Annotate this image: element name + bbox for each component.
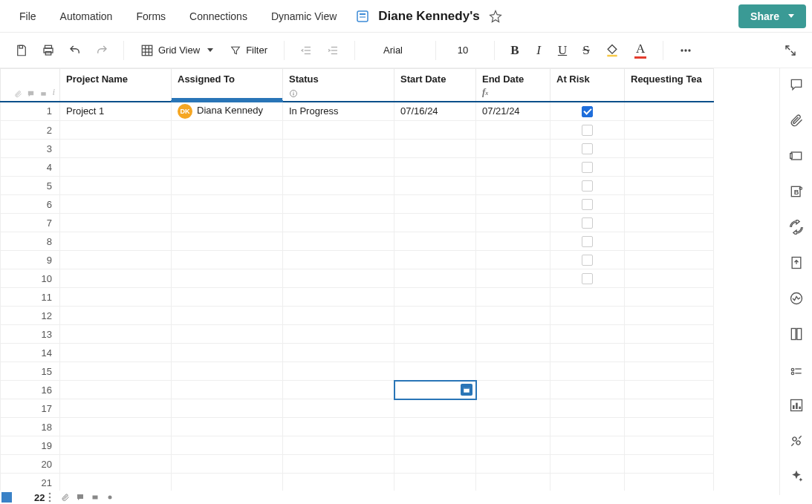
- row-index[interactable]: 10: [1, 269, 60, 288]
- cell-requesting-team[interactable]: [625, 418, 714, 436]
- cell-requesting-team[interactable]: [625, 102, 714, 121]
- cell-start-date[interactable]: [394, 121, 476, 140]
- cell-requesting-team[interactable]: [625, 325, 714, 344]
- cell-requesting-team[interactable]: [625, 307, 714, 325]
- cell-at-risk[interactable]: [550, 381, 625, 399]
- cell-start-date[interactable]: [394, 288, 476, 307]
- cell-assigned-to[interactable]: [172, 307, 283, 325]
- attachments-icon[interactable]: [789, 113, 804, 128]
- cell-start-date[interactable]: [394, 344, 476, 362]
- table-row[interactable]: 18: [1, 418, 714, 436]
- cell-requesting-team[interactable]: [625, 344, 714, 362]
- cell-at-risk[interactable]: [550, 158, 625, 177]
- cell-start-date[interactable]: [394, 232, 476, 251]
- cell-at-risk[interactable]: [550, 232, 625, 251]
- cell-end-date[interactable]: [476, 158, 550, 177]
- row-index[interactable]: 11: [1, 288, 60, 307]
- row-index[interactable]: 18: [1, 418, 60, 436]
- cell-status[interactable]: [283, 140, 394, 158]
- checkbox[interactable]: [582, 106, 593, 117]
- table-row[interactable]: 6: [1, 195, 714, 214]
- cell-status[interactable]: [283, 121, 394, 140]
- checkbox[interactable]: [582, 162, 593, 173]
- cell-project-name[interactable]: [60, 214, 172, 232]
- bold-icon[interactable]: B: [505, 39, 524, 62]
- cell-project-name[interactable]: [60, 418, 172, 436]
- menu-connections[interactable]: Connections: [181, 6, 256, 27]
- cell-end-date[interactable]: [476, 474, 550, 491]
- cell-end-date[interactable]: [476, 288, 550, 307]
- cell-status[interactable]: [283, 214, 394, 232]
- share-button[interactable]: Share: [738, 4, 806, 28]
- more-options-icon[interactable]: [674, 39, 698, 62]
- column-header-status[interactable]: Status: [283, 69, 394, 102]
- table-row[interactable]: 16: [1, 381, 714, 399]
- table-row[interactable]: 1Project 1DKDiana KennedyIn Progress07/1…: [1, 102, 714, 121]
- cell-status[interactable]: [283, 399, 394, 418]
- checkbox[interactable]: [582, 199, 593, 210]
- cell-requesting-team[interactable]: [625, 251, 714, 269]
- row-index[interactable]: 20: [1, 455, 60, 474]
- cell-status[interactable]: [283, 177, 394, 195]
- cell-end-date[interactable]: [476, 307, 550, 325]
- table-row[interactable]: 10: [1, 269, 714, 288]
- cell-end-date[interactable]: [476, 140, 550, 158]
- cell-end-date[interactable]: [476, 121, 550, 140]
- cell-start-date[interactable]: [394, 362, 476, 381]
- cell-status[interactable]: [283, 158, 394, 177]
- cell-status[interactable]: [283, 288, 394, 307]
- row-index[interactable]: 21: [1, 474, 60, 491]
- cell-at-risk[interactable]: [550, 436, 625, 455]
- cell-requesting-team[interactable]: [625, 288, 714, 307]
- view-switcher[interactable]: Grid View: [134, 41, 219, 60]
- font-family-picker[interactable]: Arial: [366, 42, 425, 59]
- row-index[interactable]: 4: [1, 158, 60, 177]
- cell-start-date[interactable]: [394, 307, 476, 325]
- cell-requesting-team[interactable]: [625, 362, 714, 381]
- table-row[interactable]: 14: [1, 344, 714, 362]
- font-size-picker[interactable]: 10: [446, 42, 484, 59]
- cell-end-date[interactable]: [476, 251, 550, 269]
- activity-log-icon[interactable]: [789, 291, 804, 306]
- filter-button[interactable]: Filter: [224, 42, 273, 59]
- cell-assigned-to[interactable]: [172, 418, 283, 436]
- cell-requesting-team[interactable]: [625, 399, 714, 418]
- cell-end-date[interactable]: [476, 362, 550, 381]
- cell-assigned-to[interactable]: [172, 474, 283, 491]
- menu-dynamic-view[interactable]: Dynamic View: [262, 6, 345, 27]
- cell-assigned-to[interactable]: [172, 288, 283, 307]
- cell-assigned-to[interactable]: [172, 195, 283, 214]
- cell-at-risk[interactable]: [550, 288, 625, 307]
- proof-mini-icon[interactable]: [91, 493, 100, 502]
- table-row[interactable]: 3: [1, 140, 714, 158]
- cell-requesting-team[interactable]: [625, 177, 714, 195]
- cell-assigned-to[interactable]: [172, 344, 283, 362]
- cell-project-name[interactable]: [60, 158, 172, 177]
- table-row[interactable]: 2: [1, 121, 714, 140]
- cell-at-risk[interactable]: [550, 214, 625, 232]
- table-row[interactable]: 19: [1, 436, 714, 455]
- row-index[interactable]: 2: [1, 121, 60, 140]
- menu-file[interactable]: File: [10, 6, 45, 27]
- checkbox[interactable]: [582, 180, 593, 192]
- table-row[interactable]: 21: [1, 474, 714, 491]
- cell-at-risk[interactable]: [550, 455, 625, 474]
- menu-forms[interactable]: Forms: [127, 6, 175, 27]
- cell-requesting-team[interactable]: [625, 381, 714, 399]
- conversations-icon[interactable]: [789, 77, 804, 92]
- cell-requesting-team[interactable]: [625, 436, 714, 455]
- table-row[interactable]: 9: [1, 251, 714, 269]
- cell-end-date[interactable]: [476, 455, 550, 474]
- column-header-start-date[interactable]: Start Date: [394, 69, 476, 102]
- cell-assigned-to[interactable]: [172, 251, 283, 269]
- cell-assigned-to[interactable]: [172, 455, 283, 474]
- row-index[interactable]: 12: [1, 307, 60, 325]
- table-row[interactable]: 13: [1, 325, 714, 344]
- cell-status[interactable]: In Progress: [283, 102, 394, 121]
- cell-status[interactable]: [283, 418, 394, 436]
- favorite-star-icon[interactable]: [489, 10, 502, 23]
- cell-status[interactable]: [283, 232, 394, 251]
- print-icon[interactable]: [37, 39, 59, 62]
- publish-icon[interactable]: [789, 255, 804, 270]
- cell-start-date[interactable]: [394, 325, 476, 344]
